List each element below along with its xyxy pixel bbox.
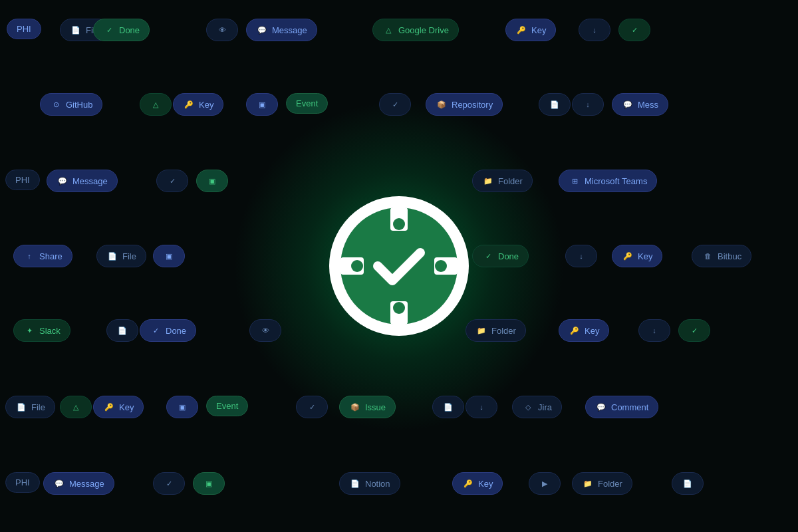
icon-slack-1: ✦ [23,325,35,336]
chip-mess-2[interactable]: 💬Mess [612,93,668,116]
chip-bitbucket-1[interactable]: 🗑Bitbuc [692,245,751,267]
icon-folder-2: 📁 [475,325,487,336]
chip-folder-2[interactable]: 📁Folder [466,319,526,342]
label-message-2: Message [72,176,108,186]
chip-check-3[interactable]: ✓ [156,170,188,192]
icon-done-3: ✓ [150,325,162,336]
chip-window-5[interactable]: ▣ [193,472,225,495]
svg-point-5 [393,302,405,314]
chip-check-5[interactable]: ✓ [296,396,328,418]
chip-window-1[interactable]: ▣ [246,93,278,116]
chip-message-2[interactable]: 💬Message [47,170,118,192]
chip-done-1[interactable]: ✓Done [93,19,150,41]
chip-key-5[interactable]: 🔑Key [93,396,144,418]
icon-file-6: 📄 [442,401,454,413]
label-github-1: GitHub [66,100,92,110]
icon-bitbucket-1: 🗑 [702,250,714,262]
label-key-2: Key [199,100,213,110]
label-bitbucket-1: Bitbuc [718,251,741,261]
chip-jira-1[interactable]: ◇Jira [512,396,562,418]
label-notion-1: Notion [365,479,390,489]
label-msteams-1: Microsoft Teams [585,176,647,186]
label-folder-1: Folder [498,176,523,186]
icon-comment-1: 💬 [595,401,607,413]
chip-share-1[interactable]: ↑Share [13,245,72,267]
chip-repo-1[interactable]: 📦Repository [426,93,503,116]
chip-file-5[interactable]: 📄File [5,396,55,418]
chip-play-1[interactable]: ▶ [529,472,561,495]
chip-message-1[interactable]: 💬Message [246,19,317,41]
chip-slack-1[interactable]: ✦Slack [13,319,70,342]
icon-file-5: 📄 [15,401,27,413]
chip-notion-1[interactable]: 📄Notion [339,472,400,495]
chip-window-3[interactable]: ▣ [153,245,185,267]
chip-github-1[interactable]: ⊙GitHub [40,93,102,116]
chip-done-3[interactable]: ✓Done [140,319,196,342]
chip-phi-3[interactable]: PHI [5,472,40,493]
label-phi-2: PHI [15,175,30,185]
chip-key-1[interactable]: 🔑Key [505,19,556,41]
chip-file-2[interactable]: 📄 [539,93,571,116]
icon-check-2: ✓ [389,98,401,110]
chip-comment-1[interactable]: 💬Comment [585,396,658,418]
chip-event-1[interactable]: Event [286,93,328,114]
icon-download-1: ↓ [589,24,600,36]
icon-done-1: ✓ [103,24,115,36]
icon-window-1: ▣ [256,98,268,110]
chip-check-6[interactable]: ✓ [153,472,185,495]
chip-file-4[interactable]: 📄 [106,319,138,342]
chip-message-3[interactable]: 💬Message [43,472,114,495]
label-file-3: File [122,251,136,261]
icon-repo-1: 📦 [436,98,448,110]
chip-file-6[interactable]: 📄 [432,396,464,418]
chip-dl-4[interactable]: ↓ [638,319,670,342]
icon-mess-2: 💬 [622,98,634,110]
chip-dl-2[interactable]: ↓ [572,93,604,116]
chip-check-1[interactable]: ✓ [618,19,650,41]
chip-issue-1[interactable]: 📦Issue [339,396,396,418]
label-done-1: Done [119,25,140,35]
chip-check-4[interactable]: ✓ [678,319,710,342]
label-comment-1: Comment [611,402,648,412]
chip-done-2[interactable]: ✓Done [472,245,529,267]
icon-done-2: ✓ [482,250,494,262]
chip-key-3[interactable]: 🔑Key [612,245,662,267]
label-slack-1: Slack [39,326,61,336]
chip-file-7[interactable]: 📄 [672,472,704,495]
icon-check-1: ✓ [628,24,640,36]
label-share-1: Share [39,251,63,261]
chip-eye-1[interactable]: 👁 [206,19,238,41]
icon-file-1: 📄 [70,24,82,36]
icon-warn-2: △ [70,401,82,413]
icon-file-4: 📄 [116,325,128,336]
chip-msteams-1[interactable]: ⊞Microsoft Teams [559,170,657,192]
label-message-3: Message [69,479,104,489]
chip-key-6[interactable]: 🔑Key [452,472,503,495]
chip-google-drive-1[interactable]: △Google Drive [372,19,459,41]
chip-eye-2[interactable]: 👁 [249,319,281,342]
chip-window-4[interactable]: ▣ [166,396,198,418]
chip-check-2[interactable]: ✓ [379,93,411,116]
icon-window-3: ▣ [163,250,175,262]
chip-warn-1[interactable]: △ [140,93,172,116]
chip-warn-2[interactable]: △ [60,396,92,418]
icon-key-4: 🔑 [569,325,581,336]
icon-file-2: 📄 [549,98,561,110]
chip-window-2[interactable]: ▣ [196,170,228,192]
chip-dl-3[interactable]: ↓ [565,245,597,267]
chip-download-1[interactable]: ↓ [579,19,610,41]
icon-warn-1: △ [150,98,162,110]
chip-key-4[interactable]: 🔑Key [559,319,609,342]
chip-phi-1[interactable]: PHI [7,19,41,39]
icon-window-2: ▣ [206,175,218,187]
chip-key-2[interactable]: 🔑Key [173,93,223,116]
chip-folder-1[interactable]: 📁Folder [472,170,533,192]
chip-dl-5[interactable]: ↓ [466,396,497,418]
label-message-1: Message [272,25,307,35]
icon-share-1: ↑ [23,250,35,262]
chip-event-2[interactable]: Event [206,396,248,416]
chip-folder-3[interactable]: 📁Folder [572,472,632,495]
chip-phi-2[interactable]: PHI [5,170,40,190]
icon-message-3: 💬 [53,477,65,489]
chip-file-3[interactable]: 📄File [96,245,146,267]
